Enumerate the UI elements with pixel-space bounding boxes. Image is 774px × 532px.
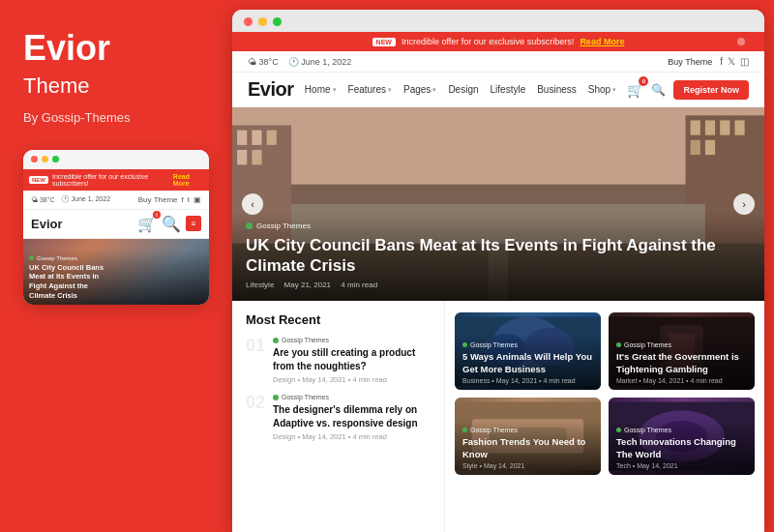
browser-dot-green	[273, 17, 282, 26]
recent-title-1[interactable]: Are you still creating a product from th…	[273, 346, 431, 372]
site-new-badge: NEW	[372, 38, 396, 46]
card-animals-title: 5 Ways Animals Will Help You Get More Bu…	[462, 351, 593, 375]
hero-title: UK City Council Bans Meat at Its Events …	[246, 235, 751, 277]
nav-link-design[interactable]: Design	[448, 84, 478, 95]
search-icon-button[interactable]: 🔍	[651, 83, 666, 97]
nav-link-features[interactable]: Features ▾	[348, 84, 392, 95]
mini-weather: 🌤 38°C	[31, 196, 55, 203]
browser-chrome	[232, 10, 764, 32]
site-logo: Evior	[248, 78, 294, 101]
mini-nav-bar: Evior 🛒 0 🔍 ≡	[23, 210, 209, 239]
recent-dot-1	[273, 338, 279, 343]
card-tech[interactable]: Gossip Themes Tech Innovations Changing …	[609, 398, 755, 475]
svg-rect-1	[232, 107, 764, 185]
mini-dot-red	[31, 156, 38, 163]
card-animals-meta: Business • May 14, 2021 • 4 min read	[462, 377, 593, 384]
nav-link-business[interactable]: Business	[537, 84, 577, 95]
card-tech-title: Tech Innovations Changing The World	[616, 436, 747, 460]
card-fashion-dot	[462, 428, 467, 432]
most-recent-title: Most Recent	[246, 312, 431, 327]
card-fashion-overlay: Gossip Themes Fashion Trends You Need to…	[455, 419, 601, 475]
mini-cart-wrap: 🛒 0	[137, 215, 157, 233]
browser-dot-yellow	[258, 17, 267, 26]
mini-cart-badge: 0	[153, 211, 161, 219]
card-fashion[interactable]: Gossip Themes Fashion Trends You Need to…	[455, 398, 601, 475]
register-button[interactable]: Register Now	[673, 80, 749, 100]
topbar-social: f 𝕏 ◫	[720, 56, 749, 67]
card-tech-source: Gossip Themes	[624, 427, 671, 433]
mini-preview-card: NEW Incredible offer for our exclusive s…	[23, 150, 209, 305]
cards-area: Gossip Themes 5 Ways Animals Will Help Y…	[445, 301, 764, 532]
recent-gossip-tag-1: Gossip Themes	[273, 337, 431, 343]
nav-link-shop[interactable]: Shop ▾	[588, 84, 616, 95]
mini-date: 🕐 June 1, 2022	[61, 195, 110, 203]
mini-logo: Evior	[31, 217, 63, 231]
mini-read-more: Read More	[173, 173, 203, 187]
hero-gossip-dot	[246, 222, 253, 229]
card-gambling-overlay: Gossip Themes It's Great the Government …	[609, 334, 755, 390]
mini-nav-icons: 🛒 0 🔍 ≡	[137, 215, 201, 233]
facebook-icon[interactable]: f	[720, 56, 723, 67]
twitter-icon[interactable]: 𝕏	[728, 56, 735, 67]
mini-instagram-icon: ▣	[194, 195, 201, 204]
mini-banner-message: Incredible offer for our exclusive subsc…	[52, 173, 169, 187]
recent-meta-1: Design • May 14, 2021 • 4 min read	[273, 375, 431, 384]
hero-category: Lifestyle	[246, 281, 274, 289]
card-tech-dot	[616, 428, 621, 432]
card-fashion-gossip: Gossip Themes	[462, 427, 593, 433]
card-tech-overlay: Gossip Themes Tech Innovations Changing …	[609, 419, 755, 475]
banner-dot-indicator	[737, 38, 745, 45]
card-gambling-meta: Market • May 14, 2021 • 4 min read	[616, 377, 747, 384]
nav-link-lifestyle[interactable]: Lifestyle	[491, 84, 526, 95]
nav-link-pages[interactable]: Pages ▾	[403, 84, 436, 95]
card-fashion-title: Fashion Trends You Need to Know	[462, 436, 593, 460]
site-topbar: 🌤 38°C 🕐 June 1, 2022 Buy Theme f 𝕏 ◫	[232, 51, 764, 73]
svg-rect-3	[237, 131, 247, 145]
svg-rect-7	[252, 150, 261, 164]
browser-dot-red	[244, 17, 253, 26]
mini-dot-yellow	[42, 156, 48, 163]
mini-meta-bar: 🌤 38°C 🕐 June 1, 2022 Buy Theme f t ▣	[23, 191, 209, 210]
card-fashion-meta: Style • May 14, 2021	[462, 462, 593, 469]
nav-actions: 🛒 0 🔍 Register Now	[627, 80, 749, 100]
instagram-icon[interactable]: ◫	[740, 56, 749, 67]
card-animals[interactable]: Gossip Themes 5 Ways Animals Will Help Y…	[455, 312, 601, 390]
svg-rect-10	[705, 120, 715, 134]
site-banner-message: Incredible offer for our exclusive subsc…	[402, 37, 574, 46]
hero-overlay: Gossip Themes UK City Council Bans Meat …	[232, 202, 764, 302]
hero-date: May 21, 2021	[284, 281, 331, 289]
site-read-more-link[interactable]: Read More	[580, 37, 624, 46]
hero-prev-button[interactable]: ‹	[242, 193, 263, 215]
recent-title-2[interactable]: The designer's dilemma rely on Adaptive …	[273, 403, 431, 429]
svg-rect-5	[267, 131, 277, 145]
brand-title: Evior	[23, 29, 209, 68]
svg-rect-6	[237, 150, 247, 164]
svg-rect-13	[691, 140, 700, 155]
svg-rect-11	[720, 120, 729, 134]
most-recent-section: Most Recent 01 Gossip Themes Are you sti…	[232, 301, 445, 532]
mini-hero-overlay: Gossip Themes UK City Council BansMeat a…	[23, 250, 209, 305]
mini-banner: NEW Incredible offer for our exclusive s…	[23, 169, 209, 191]
mini-new-badge: NEW	[29, 176, 48, 184]
hero-source: Gossip Themes	[256, 222, 311, 230]
card-gambling-source: Gossip Themes	[624, 341, 671, 348]
mini-buy-theme: Buy Theme	[138, 195, 178, 204]
nav-link-home[interactable]: Home ▾	[305, 84, 337, 95]
card-gambling[interactable]: Gossip Themes It's Great the Government …	[609, 312, 755, 390]
mini-gossip-tag: Gossip Themes	[29, 255, 203, 261]
cards-row-1: Gossip Themes 5 Ways Animals Will Help Y…	[455, 312, 755, 390]
topbar-right: Buy Theme f 𝕏 ◫	[668, 56, 749, 67]
mini-gossip-dot	[29, 255, 34, 260]
card-tech-gossip: Gossip Themes	[616, 427, 747, 433]
hero-next-button[interactable]: ›	[733, 193, 755, 215]
card-animals-overlay: Gossip Themes 5 Ways Animals Will Help Y…	[455, 334, 601, 390]
card-fashion-source: Gossip Themes	[470, 427, 518, 433]
mini-menu-icon: ≡	[186, 216, 201, 231]
buy-theme-link[interactable]: Buy Theme	[668, 57, 712, 67]
topbar-date: 🕐 June 1, 2022	[288, 57, 352, 67]
recent-source-2: Gossip Themes	[282, 394, 329, 400]
topbar-weather: 🌤 38°C	[248, 57, 279, 67]
site-nav: Evior Home ▾ Features ▾ Pages ▾ Design L…	[232, 73, 764, 107]
browser-content: NEW Incredible offer for our exclusive s…	[232, 32, 764, 532]
site-banner: NEW Incredible offer for our exclusive s…	[232, 32, 764, 51]
